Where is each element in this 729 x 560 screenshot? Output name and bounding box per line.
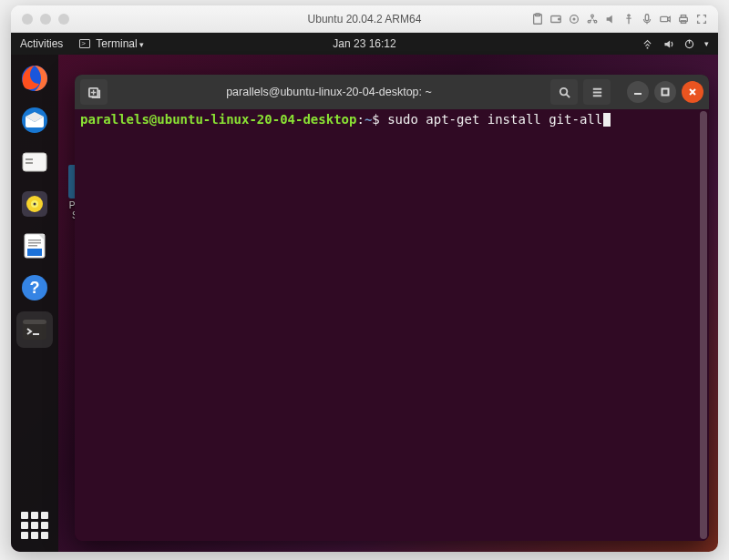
new-tab-button[interactable] bbox=[80, 79, 108, 105]
svg-point-37 bbox=[560, 87, 567, 95]
terminal-title: parallels@ubuntu-linux-20-04-desktop: ~ bbox=[113, 86, 545, 98]
prompt-symbol: $ bbox=[372, 112, 379, 127]
dock-rhythmbox[interactable] bbox=[16, 186, 53, 222]
show-applications-button[interactable] bbox=[21, 512, 48, 539]
volume-status-icon bbox=[662, 38, 674, 50]
camera-icon[interactable] bbox=[658, 13, 673, 25]
maximize-icon bbox=[661, 87, 670, 97]
clipboard-icon[interactable] bbox=[530, 13, 545, 25]
terminal-scrollbar[interactable] bbox=[700, 111, 707, 539]
disk-icon[interactable] bbox=[549, 13, 563, 25]
new-tab-icon bbox=[87, 86, 101, 99]
mic-icon[interactable] bbox=[640, 13, 654, 25]
ubuntu-dock: ? bbox=[11, 55, 58, 552]
rhythmbox-icon bbox=[20, 189, 49, 219]
window-minimize-button[interactable] bbox=[627, 81, 649, 103]
help-icon: ? bbox=[20, 273, 49, 302]
svg-rect-20 bbox=[26, 158, 33, 160]
dock-terminal[interactable] bbox=[16, 311, 53, 348]
svg-point-3 bbox=[559, 18, 560, 20]
svg-point-25 bbox=[34, 203, 36, 206]
app-menu[interactable]: Terminal bbox=[79, 37, 144, 50]
chevron-down-icon: ▾ bbox=[704, 39, 709, 48]
svg-rect-27 bbox=[27, 249, 42, 256]
network-icon[interactable] bbox=[585, 13, 600, 25]
close-icon bbox=[688, 87, 697, 97]
mac-zoom-button[interactable] bbox=[58, 14, 69, 25]
svg-point-4 bbox=[570, 15, 579, 23]
svg-rect-35 bbox=[33, 333, 39, 335]
files-icon bbox=[20, 148, 49, 177]
libreoffice-writer-icon bbox=[20, 231, 49, 260]
svg-rect-28 bbox=[28, 239, 41, 241]
svg-rect-15 bbox=[689, 39, 690, 43]
svg-text:?: ? bbox=[30, 279, 40, 297]
search-button[interactable] bbox=[550, 79, 578, 105]
svg-point-5 bbox=[573, 18, 575, 20]
network-status-icon bbox=[642, 38, 653, 50]
cd-icon[interactable] bbox=[567, 13, 581, 25]
hamburger-icon bbox=[590, 86, 604, 99]
fullscreen-icon[interactable] bbox=[694, 13, 709, 25]
thunderbird-icon bbox=[20, 106, 49, 135]
status-area[interactable]: ▾ bbox=[642, 38, 709, 50]
gnome-topbar: Activities Terminal Jan 23 16:12 ▾ bbox=[11, 33, 718, 55]
app-menu-label: Terminal bbox=[96, 37, 144, 50]
svg-rect-12 bbox=[681, 15, 685, 17]
prompt-separator: : bbox=[356, 112, 364, 127]
gnome-shell: Activities Terminal Jan 23 16:12 ▾ Paral… bbox=[11, 33, 718, 552]
dock-writer[interactable] bbox=[16, 228, 53, 264]
command-text: sudo apt-get install git-all bbox=[387, 112, 602, 127]
activities-button[interactable]: Activities bbox=[20, 37, 63, 50]
printer-icon[interactable] bbox=[676, 13, 691, 25]
svg-rect-29 bbox=[28, 242, 41, 244]
svg-rect-34 bbox=[23, 320, 46, 324]
usb-icon[interactable] bbox=[621, 13, 636, 25]
minimize-icon bbox=[633, 87, 642, 97]
mac-minimize-button[interactable] bbox=[40, 14, 51, 25]
svg-rect-9 bbox=[645, 14, 649, 20]
svg-rect-10 bbox=[661, 16, 668, 21]
cursor bbox=[603, 113, 611, 127]
svg-rect-30 bbox=[28, 245, 37, 247]
scrollbar-thumb[interactable] bbox=[700, 111, 707, 539]
mac-traffic-lights bbox=[11, 14, 69, 25]
power-status-icon bbox=[683, 38, 695, 50]
vm-window: Ubuntu 20.04.2 ARM64 Activities Terminal… bbox=[11, 5, 718, 552]
search-icon bbox=[558, 86, 571, 99]
terminal-headerbar: parallels@ubuntu-linux-20-04-desktop: ~ bbox=[75, 75, 709, 109]
dock-firefox[interactable] bbox=[16, 60, 53, 97]
sound-icon[interactable] bbox=[603, 13, 618, 25]
parallels-titlebar: Ubuntu 20.04.2 ARM64 bbox=[11, 5, 718, 33]
window-close-button[interactable] bbox=[682, 81, 703, 103]
dock-thunderbird[interactable] bbox=[16, 102, 53, 138]
dock-files[interactable] bbox=[16, 144, 53, 180]
dock-help[interactable]: ? bbox=[16, 270, 53, 306]
firefox-icon bbox=[20, 64, 49, 93]
terminal-icon bbox=[79, 39, 90, 48]
prompt-user-host: parallels@ubuntu-linux-20-04-desktop bbox=[80, 112, 356, 127]
svg-rect-38 bbox=[662, 89, 669, 96]
mac-close-button[interactable] bbox=[22, 14, 33, 25]
terminal-app-icon bbox=[20, 315, 49, 344]
menu-button[interactable] bbox=[583, 79, 611, 105]
terminal-viewport[interactable]: parallels@ubuntu-linux-20-04-desktop:~$ … bbox=[75, 109, 709, 541]
svg-rect-21 bbox=[26, 162, 33, 164]
window-maximize-button[interactable] bbox=[654, 81, 676, 103]
terminal-window: parallels@ubuntu-linux-20-04-desktop: ~ bbox=[75, 75, 709, 541]
parallels-device-tray bbox=[530, 13, 718, 25]
